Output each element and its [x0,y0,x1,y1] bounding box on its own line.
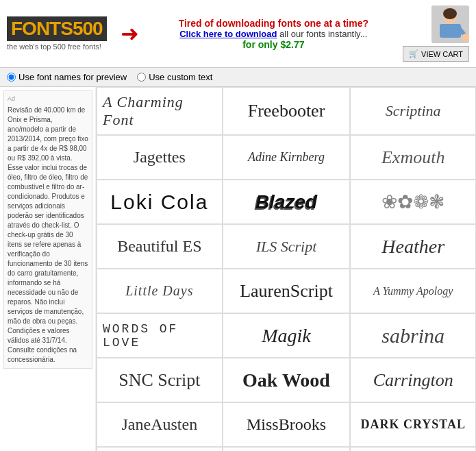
font-cell[interactable]: Exmouth [350,135,476,180]
header-right: 🛒 VIEW CART [403,5,469,62]
font-preview-text: A Yummy Apology [373,285,453,297]
font-cell[interactable]: A Yummy Apology [350,269,476,313]
font-grid: A Charming FontFreebooterScriptinaJagett… [96,87,476,451]
font-preview-text: Carrington [373,370,453,391]
font-cell[interactable]: Dark Crystal [350,402,476,447]
font-preview-text: ❀✿❁❃ [381,191,444,213]
logo-fonts: FONTS [11,18,73,39]
font-cell[interactable]: Oak Wood [223,358,351,402]
font-cell[interactable]: Adine Kirnberg [223,135,351,180]
font-preview-text: Scriptina [386,102,441,120]
sidebar-text: Revisão de 40.000 km de Onix e Prisma, a… [8,106,88,365]
promo-headline: Tired of downloading fonts one at a time… [145,18,403,29]
font-cell[interactable]: Little Days [97,269,223,313]
view-cart-button[interactable]: 🛒 VIEW CART [403,46,469,62]
font-preview-text: Loki Cola [110,191,208,214]
font-preview-text: Freebooter [248,101,325,121]
options-navbar: Use font names for preview Use custom te… [0,68,476,87]
font-cell[interactable]: les presentes [97,447,223,451]
font-preview-text: Magik [262,325,311,347]
promo-subline: Click here to download all our fonts ins… [145,29,403,39]
font-preview-text: Exmouth [381,147,444,168]
font-names-label: Use font names for preview [18,72,127,82]
font-cell[interactable]: ILS Script [223,224,351,269]
font-cell[interactable]: Blazed [223,180,351,224]
font-cell[interactable]: Beautiful ES [97,224,223,269]
font-preview-text: SNC Script [118,370,200,391]
font-preview-text: Jagettes [134,148,186,167]
arrow-icon: ➜ [121,21,139,47]
sidebar-ad: Ad Revisão de 40.000 km de Onix e Prisma… [3,90,92,369]
logo-area: FONTS500 the web's top 500 free fonts! [7,16,107,51]
font-preview-text: JaneAusten [122,415,198,434]
sidebar: Ad Revisão de 40.000 km de Onix e Prisma… [0,87,96,451]
font-names-radio[interactable] [7,73,16,82]
font-preview-text: sabrina [381,324,444,348]
custom-text-radio[interactable] [137,73,146,82]
font-preview-text: Heather [381,236,444,258]
font-cell[interactable]: ❀✿❁❃ [350,180,476,224]
font-cell[interactable]: JaneAusten [97,402,223,447]
cart-icon: 🛒 [409,49,418,58]
font-cell[interactable]: MissBrooks [223,402,351,447]
promo-area: Tired of downloading fonts one at a time… [145,18,403,50]
font-cell[interactable]: Jagettes [97,135,223,180]
font-cell[interactable]: Carrington [350,358,476,402]
font-cell[interactable]: SNC Script [97,358,223,402]
font-preview-text: MissBrooks [247,415,326,434]
ad-label: Ad [8,95,88,103]
font-preview-text: Little Days [125,283,193,299]
font-preview-text: Dark Crystal [360,417,466,432]
font-cell[interactable]: Heather [350,224,476,269]
font-preview-text: Beautiful ES [117,237,201,256]
font-cell[interactable]: Freebooter [223,87,351,135]
font-cell[interactable]: Loki Cola [97,180,223,224]
font-preview-text: Oak Wood [242,369,330,391]
custom-text-option[interactable]: Use custom text [137,72,212,82]
main-content: Ad Revisão de 40.000 km de Onix e Prisma… [0,87,476,451]
font-names-option[interactable]: Use font names for preview [7,72,127,82]
promo-price: for only $2.77 [145,39,403,50]
font-cell[interactable]: Magik [223,313,351,358]
page-header: FONTS500 the web's top 500 free fonts! ➜… [0,0,476,68]
logo[interactable]: FONTS500 [7,16,107,41]
font-preview-text: Blazed [255,191,317,213]
logo-number: 500 [73,18,103,39]
logo-subtitle: the web's top 500 free fonts! [7,42,101,51]
font-preview-text: WORDS OF LOVE [103,322,216,350]
svg-point-2 [443,8,457,19]
font-cell[interactable]: sabrina [350,313,476,358]
font-cell[interactable]: A Charming Font [97,87,223,135]
font-preview-text: Adine Kirnberg [248,150,325,164]
man-illustration [431,5,469,43]
promo-text: all our fonts instantly... [279,29,367,39]
font-cell[interactable]: CAST IRON [350,447,476,451]
font-cell[interactable]: ShadowedBlack [223,447,351,451]
cart-label: VIEW CART [421,50,463,58]
font-cell[interactable]: WORDS OF LOVE [97,313,223,358]
promo-link[interactable]: Click here to download [179,29,277,39]
font-preview-text: A Charming Font [103,93,216,129]
font-cell[interactable]: Scriptina [350,87,476,135]
font-preview-text: ILS Script [256,238,317,256]
font-preview-text: LaurenScript [240,281,333,302]
custom-text-label: Use custom text [149,72,212,82]
font-cell[interactable]: LaurenScript [223,269,351,313]
